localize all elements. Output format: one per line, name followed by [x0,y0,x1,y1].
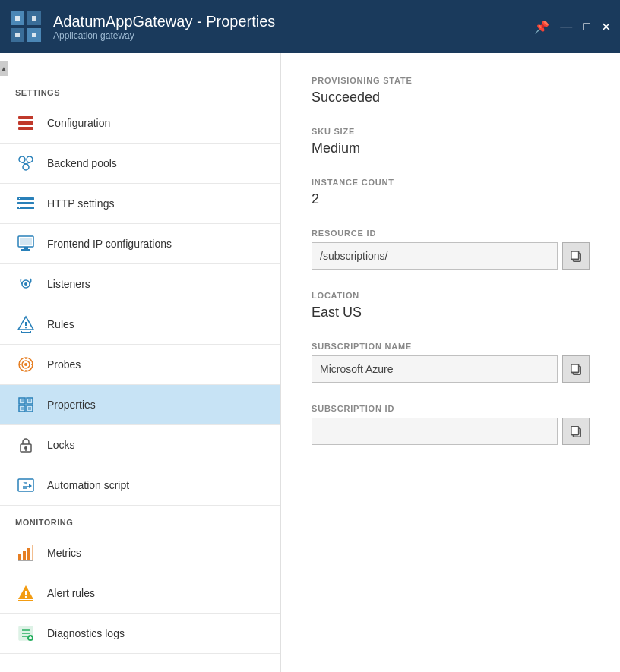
sidebar-item-backend-label: Backend pools [47,157,117,169]
svg-rect-8 [18,116,33,119]
subscription-id-group: SUBSCRIPTION ID [312,404,590,445]
subscription-name-group: SUBSCRIPTION NAME [312,342,590,383]
rules-icon [15,314,36,335]
svg-point-64 [25,596,27,598]
sku-size-group: SKU SIZE Medium [312,127,590,156]
provisioning-state-value: Succeeded [312,90,590,106]
subscription-name-label: SUBSCRIPTION NAME [312,342,590,351]
title-text: AdatumAppGateway - Properties Applicatio… [53,13,534,41]
sidebar-item-listeners[interactable]: Listeners [0,264,280,304]
svg-point-36 [24,363,27,366]
sidebar-item-metrics[interactable]: Metrics [0,533,280,573]
svg-marker-53 [23,482,27,485]
sidebar-item-http-label: HTTP settings [47,197,114,210]
sidebar-item-locks-label: Locks [47,439,75,451]
location-group: LOCATION East US [312,291,590,320]
restore-button[interactable]: □ [583,20,590,33]
sidebar-item-properties-label: Properties [47,399,96,411]
resource-id-input[interactable] [312,242,558,270]
content-area: PROVISIONING STATE Succeeded SKU SIZE Me… [281,53,620,672]
minimize-button[interactable]: — [560,20,572,33]
svg-rect-21 [19,207,20,208]
svg-rect-20 [19,203,20,203]
svg-rect-17 [17,202,34,204]
svg-rect-52 [18,479,33,491]
scroll-up-button[interactable]: ▲ [0,61,8,76]
svg-rect-4 [15,16,20,21]
listener-icon [15,273,36,295]
subscription-name-copy-button[interactable] [562,355,590,383]
sidebar-item-locks[interactable]: Locks [0,425,280,465]
location-label: LOCATION [312,291,590,300]
svg-rect-6 [15,33,20,37]
svg-rect-77 [571,364,579,373]
sidebar-item-backend-pools[interactable]: Backend pools [0,144,280,184]
sidebar-item-automation-label: Automation script [47,479,129,491]
sidebar-item-configuration[interactable]: Configuration [0,103,280,144]
sidebar-item-alert-label: Alert rules [47,587,95,599]
properties-icon [15,394,36,415]
svg-rect-5 [32,16,36,21]
settings-section-label: SETTINGS [0,76,280,103]
sidebar-item-listeners-label: Listeners [47,278,90,290]
sidebar: ▲ SETTINGS Configuration [0,53,281,672]
subscription-id-copy-button[interactable] [562,418,590,445]
sidebar-item-probes-label: Probes [47,358,81,371]
sidebar-item-http-settings[interactable]: HTTP settings [0,184,280,224]
svg-rect-58 [23,551,26,560]
provisioning-state-group: PROVISIONING STATE Succeeded [312,76,590,106]
svg-rect-48 [28,407,31,410]
pin-icon[interactable]: 📌 [534,20,549,34]
svg-rect-80 [571,427,579,435]
diag-icon [15,623,36,644]
sidebar-item-rules[interactable]: Rules [0,304,280,345]
sidebar-item-configuration-label: Configuration [47,117,110,129]
svg-rect-9 [18,121,33,125]
sidebar-item-frontend-label: Frontend IP configurations [47,238,172,250]
sidebar-item-frontend-ip[interactable]: Frontend IP configurations [0,224,280,264]
svg-rect-23 [20,238,32,245]
subscription-name-input[interactable] [312,355,558,383]
alert-icon [15,582,36,604]
svg-point-13 [23,164,29,170]
http-icon [15,193,36,214]
resource-id-row [312,242,590,270]
sidebar-item-diagnostics-logs[interactable]: Diagnostics logs [0,614,280,654]
window-title: AdatumAppGateway - Properties [53,13,534,30]
sidebar-item-alert-rules[interactable]: Alert rules [0,573,280,614]
instance-count-label: INSTANCE COUNT [312,178,590,187]
close-button[interactable]: ✕ [601,20,611,34]
window-subtitle: Application gateway [53,30,534,41]
location-value: East US [312,304,590,320]
subscription-id-label: SUBSCRIPTION ID [312,404,590,413]
sidebar-item-rules-label: Rules [47,318,74,330]
sidebar-item-automation-script[interactable]: Automation script [0,465,280,506]
svg-rect-24 [24,247,28,249]
subscription-name-row [312,355,590,383]
sidebar-item-metrics-label: Metrics [47,547,81,559]
svg-rect-57 [18,554,21,560]
window-controls: 📌 — □ ✕ [534,20,611,34]
resource-id-copy-button[interactable] [562,242,590,270]
sidebar-item-properties[interactable]: Properties [0,385,280,425]
probes-icon [15,354,36,375]
svg-rect-7 [32,33,36,37]
svg-point-27 [24,282,27,286]
app-logo [9,10,43,43]
resource-id-group: RESOURCE ID [312,229,590,270]
sku-size-label: SKU SIZE [312,127,590,136]
instance-count-value: 2 [312,191,590,207]
resource-id-label: RESOURCE ID [312,229,590,238]
svg-point-11 [19,156,25,162]
svg-rect-59 [27,548,30,560]
sku-size-value: Medium [312,140,590,156]
svg-marker-56 [29,484,32,488]
svg-point-50 [24,446,27,450]
svg-rect-18 [17,207,34,209]
svg-rect-45 [21,399,24,402]
instance-count-group: INSTANCE COUNT 2 [312,178,590,207]
title-bar: AdatumAppGateway - Properties Applicatio… [0,0,620,53]
subscription-id-input[interactable] [312,418,558,445]
svg-rect-25 [21,249,30,251]
sidebar-item-probes[interactable]: Probes [0,345,280,385]
